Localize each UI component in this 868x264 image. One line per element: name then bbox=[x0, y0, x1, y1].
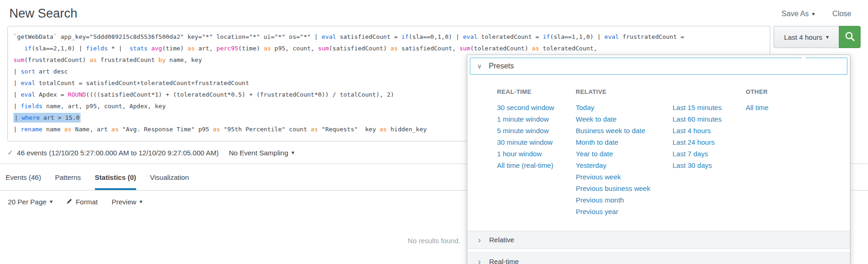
preset-link[interactable]: 1 minute window bbox=[497, 113, 576, 125]
query-line: `getWebData` app_key="5ddd089215c8d5536f… bbox=[13, 31, 764, 43]
caret-down-icon: ▾ bbox=[50, 198, 52, 205]
tab-visualization[interactable]: Visualization bbox=[150, 164, 189, 190]
chevron-right-icon: › bbox=[478, 258, 481, 264]
preset-link[interactable]: 5 minute window bbox=[497, 125, 576, 136]
preset-link[interactable]: 1 hour window bbox=[497, 148, 576, 160]
preset-link[interactable]: Month to date bbox=[576, 136, 673, 148]
section-label: Relative bbox=[489, 236, 514, 244]
preset-link[interactable]: Last 30 days bbox=[673, 160, 746, 171]
empty-results-message: No results found. bbox=[408, 237, 460, 245]
time-range-label: Last 4 hours bbox=[784, 33, 823, 41]
tab-statistics[interactable]: Statistics (0) bbox=[95, 164, 136, 190]
preset-column-header: REAL-TIME bbox=[497, 88, 576, 96]
save-as-label: Save As bbox=[781, 10, 809, 18]
event-sampling-label: No Event Sampling bbox=[229, 149, 288, 157]
pencil-icon bbox=[66, 198, 72, 206]
preset-link[interactable]: Year to date bbox=[576, 148, 673, 160]
preset-column-header: OTHER bbox=[746, 88, 811, 96]
preset-link[interactable]: Business week to date bbox=[576, 125, 673, 136]
search-icon bbox=[844, 31, 855, 43]
preset-column: REAL-TIME30 second window1 minute window… bbox=[497, 88, 576, 217]
header: New Search Save As ▾ Close bbox=[0, 0, 868, 21]
section-relative[interactable]: ›Relative bbox=[467, 231, 850, 249]
format-button[interactable]: Format bbox=[66, 198, 98, 206]
preset-link[interactable]: Previous week bbox=[576, 171, 673, 183]
caret-down-icon: ▾ bbox=[291, 149, 294, 156]
preset-column: OTHERAll time bbox=[746, 88, 811, 217]
save-as-button[interactable]: Save As ▾ bbox=[781, 10, 815, 18]
chevron-down-icon: ∨ bbox=[477, 62, 482, 70]
preset-link[interactable]: Previous month bbox=[576, 194, 673, 206]
event-count-text: 46 events (12/10/20 5:27:00.000 AM to 12… bbox=[17, 149, 219, 157]
success-check-icon: ✓ bbox=[7, 148, 13, 157]
per-page-button[interactable]: 20 Per Page ▾ bbox=[8, 198, 52, 206]
presets-columns: REAL-TIME30 second window1 minute window… bbox=[467, 77, 850, 217]
search-buttons: Last 4 hours ▾ bbox=[774, 26, 861, 48]
caret-down-icon: ▾ bbox=[826, 34, 829, 40]
preset-link[interactable]: Week to date bbox=[576, 113, 673, 125]
preset-link[interactable]: Today bbox=[576, 102, 673, 113]
header-actions: Save As ▾ Close bbox=[781, 10, 859, 18]
preset-link[interactable]: 30 minute window bbox=[497, 136, 576, 148]
page-title: New Search bbox=[9, 6, 77, 21]
format-label: Format bbox=[75, 198, 98, 206]
query-selection-highlight: | where art > 15.0 bbox=[13, 113, 81, 123]
preset-link[interactable]: Previous business week bbox=[576, 183, 673, 194]
preset-link[interactable]: 30 second window bbox=[497, 102, 576, 113]
search-submit-button[interactable] bbox=[839, 26, 861, 48]
new-search-page: New Search Save As ▾ Close `getWebData` … bbox=[0, 0, 868, 264]
preset-link[interactable]: Last 15 minutes bbox=[673, 102, 746, 113]
preset-column-header: RELATIVE bbox=[576, 88, 673, 96]
preview-button[interactable]: Preview ▾ bbox=[112, 198, 142, 206]
caret-down-icon: ▾ bbox=[812, 11, 815, 17]
preset-link[interactable]: All time (real-time) bbox=[497, 160, 576, 171]
preset-link[interactable]: Last 60 minutes bbox=[673, 113, 746, 125]
preview-label: Preview bbox=[112, 198, 136, 206]
preset-link[interactable]: Yesterday bbox=[576, 160, 673, 171]
preset-link[interactable]: Last 4 hours bbox=[673, 125, 746, 136]
presets-section-label: Presets bbox=[489, 62, 514, 70]
preset-column: RELATIVETodayWeek to dateBusiness week t… bbox=[576, 88, 673, 217]
tab-events[interactable]: Events (46) bbox=[6, 164, 41, 190]
time-range-picker-button[interactable]: Last 4 hours ▾ bbox=[774, 26, 839, 48]
per-page-label: 20 Per Page bbox=[8, 198, 46, 206]
time-range-dropdown: ∨ Presets REAL-TIME30 second window1 min… bbox=[467, 55, 850, 264]
section-label: Real-time bbox=[489, 258, 519, 264]
section-real-time[interactable]: ›Real-time bbox=[467, 252, 850, 264]
preset-column-header bbox=[673, 88, 746, 96]
tab-patterns[interactable]: Patterns bbox=[55, 164, 81, 190]
preset-link[interactable]: Last 24 hours bbox=[673, 136, 746, 148]
caret-down-icon: ▾ bbox=[139, 198, 142, 205]
preset-link[interactable]: Previous year bbox=[576, 206, 673, 217]
event-sampling-button[interactable]: No Event Sampling ▾ bbox=[229, 149, 294, 157]
preset-link[interactable]: Last 7 days bbox=[673, 148, 746, 160]
presets-section-header[interactable]: ∨ Presets bbox=[470, 57, 848, 75]
preset-link[interactable]: All time bbox=[746, 102, 811, 113]
query-line: if(sla==2,1,0) | fields * | stats avg(ti… bbox=[13, 43, 764, 54]
close-button[interactable]: Close bbox=[832, 10, 851, 18]
chevron-right-icon: › bbox=[478, 236, 481, 244]
preset-column: Last 15 minutesLast 60 minutesLast 4 hou… bbox=[673, 88, 746, 217]
